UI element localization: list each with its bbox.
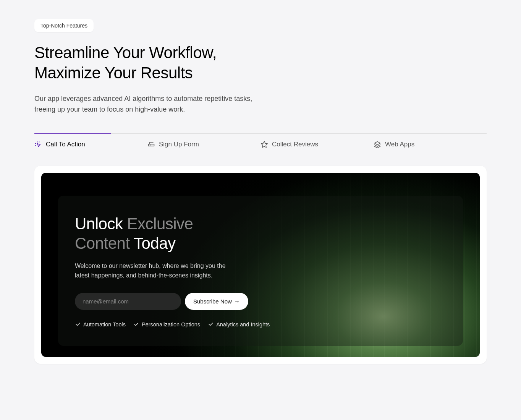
- cursor-click-icon: [34, 141, 42, 148]
- layers-icon: [374, 141, 381, 148]
- feature-label: Analytics and Insights: [216, 321, 270, 328]
- feature-label: Automation Tools: [83, 321, 126, 328]
- subscribe-button[interactable]: Subscribe Now →: [185, 293, 248, 310]
- hero-features-row: Automation Tools Personalization Options…: [75, 321, 446, 328]
- hero-title-word: Unlock: [75, 215, 123, 233]
- feature-item: Analytics and Insights: [208, 321, 270, 328]
- hero-title-word: Today: [134, 234, 176, 252]
- feature-item: Automation Tools: [75, 321, 126, 328]
- page-description: Our app leverages advanced AI algorithms…: [34, 94, 256, 115]
- star-icon: [260, 141, 268, 148]
- tab-call-to-action[interactable]: Call To Action: [34, 134, 147, 155]
- check-icon: [208, 321, 214, 327]
- hero-subtitle: Welcome to our newsletter hub, where we …: [75, 261, 235, 281]
- email-input[interactable]: [75, 293, 181, 310]
- tab-sign-up-form[interactable]: Sign Up Form: [147, 134, 260, 155]
- tab-label: Web Apps: [385, 141, 414, 148]
- page-headline: Streamline Your Workflow, Maximize Your …: [34, 43, 487, 83]
- tab-label: Collect Reviews: [272, 141, 318, 148]
- check-icon: [75, 321, 81, 327]
- subscribe-button-label: Subscribe Now: [193, 298, 232, 305]
- hero-title: Unlock Exclusive Content Today: [75, 214, 446, 253]
- headline-line-1: Streamline Your Workflow,: [34, 44, 217, 62]
- tab-web-apps[interactable]: Web Apps: [374, 134, 487, 155]
- hero-title-word: Content: [75, 234, 130, 252]
- features-badge: Top-Notch Features: [34, 19, 94, 32]
- mailbox-icon: [147, 141, 155, 148]
- subscribe-row: Subscribe Now →: [75, 293, 446, 310]
- feature-tabs: Call To Action Sign Up Form Collect Revi…: [34, 133, 487, 155]
- hero-title-word: Exclusive: [127, 215, 193, 233]
- tab-collect-reviews[interactable]: Collect Reviews: [260, 134, 374, 155]
- hero-panel: Unlock Exclusive Content Today Welcome t…: [41, 173, 480, 357]
- content-card: Unlock Exclusive Content Today Welcome t…: [34, 166, 487, 364]
- feature-item: Personalization Options: [133, 321, 200, 328]
- check-icon: [133, 321, 139, 327]
- hero-inner-card: Unlock Exclusive Content Today Welcome t…: [58, 196, 463, 346]
- feature-label: Personalization Options: [142, 321, 200, 328]
- headline-line-2: Maximize Your Results: [34, 64, 193, 82]
- tab-label: Call To Action: [46, 141, 85, 148]
- tab-label: Sign Up Form: [159, 141, 199, 148]
- arrow-right-icon: →: [234, 298, 240, 305]
